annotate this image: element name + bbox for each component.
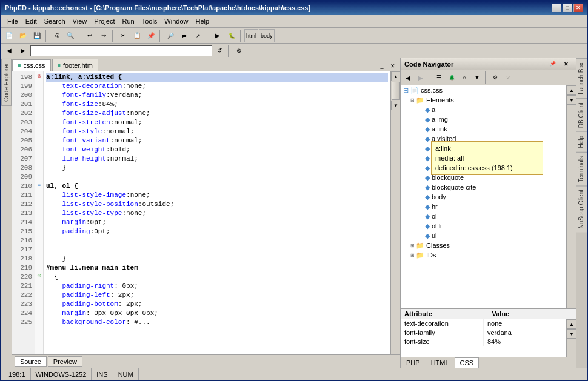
tree-item[interactable]: ◆hr — [401, 202, 566, 211]
content-area: Code Explorer ■ css.css ■ footer.htm _ ✕ — [1, 58, 587, 368]
replace-button[interactable]: ⇄ — [178, 29, 191, 42]
nav-back-btn[interactable]: ◀ — [402, 71, 414, 84]
nav-tree-btn[interactable]: 🌲 — [446, 71, 458, 84]
nav-sep — [429, 71, 431, 84]
title-bar: PhpED - kippah::echonest - [C:\Program F… — [1, 1, 587, 15]
menu-tools[interactable]: Tools — [138, 16, 161, 26]
nav-tab-html[interactable]: HTML — [426, 357, 455, 368]
print-button[interactable]: 🖨 — [50, 29, 63, 42]
db-client-label[interactable]: DB Client — [576, 98, 587, 131]
code-explorer-label[interactable]: Code Explorer — [1, 59, 12, 106]
source-tab[interactable]: Source — [15, 356, 47, 367]
tree-root[interactable]: ⊟📄css.css — [401, 85, 566, 95]
left-sidebar: Code Explorer — [1, 58, 12, 368]
preview-tab[interactable]: Preview — [48, 356, 82, 367]
tree-scrollbar[interactable]: ▲ ▼ — [566, 85, 576, 308]
copy-button[interactable]: 📋 — [130, 29, 144, 42]
html-indicator[interactable]: html — [244, 29, 258, 42]
menu-edit[interactable]: Edit — [22, 16, 41, 26]
pin-button[interactable]: 📌 — [547, 58, 559, 70]
code-content[interactable]: a:link, a:visited { text-decoration:none… — [44, 71, 390, 354]
help-label[interactable]: Help — [576, 131, 587, 152]
line-numbers: 1981992002012022032042052062072082092102… — [12, 71, 35, 354]
forward-button[interactable]: ▶ — [16, 44, 30, 58]
undo-button[interactable]: ↩ — [83, 29, 96, 42]
nusoap-label[interactable]: NuSoap Client — [576, 185, 587, 232]
tree-item[interactable]: ⊞📁IDs — [401, 250, 566, 260]
main-window: PhpED - kippah::echonest - [C:\Program F… — [0, 0, 588, 381]
tree-item[interactable]: ◆a — [401, 105, 566, 114]
code-editor[interactable]: 1981992002012022032042052062072082092102… — [12, 71, 400, 354]
menu-run[interactable]: Run — [118, 16, 138, 26]
tab-footer-icon: ■ — [58, 62, 61, 68]
scroll-down-button[interactable]: ▼ — [391, 101, 400, 110]
sep5 — [207, 30, 209, 42]
paste-button[interactable]: 📌 — [144, 29, 158, 42]
search-file-button[interactable]: 🔎 — [164, 29, 177, 42]
save-button[interactable]: 💾 — [30, 29, 44, 42]
tree-item[interactable]: ⊟📁Elements — [401, 95, 566, 105]
nav-tab-css[interactable]: CSS — [455, 357, 479, 368]
refresh-button[interactable]: ↺ — [213, 44, 226, 58]
goto-button[interactable]: ↗ — [192, 29, 205, 42]
menu-search[interactable]: Search — [41, 16, 69, 26]
tree-item[interactable]: ◆ol — [401, 211, 566, 221]
run-button[interactable]: ▶ — [211, 29, 224, 42]
menu-view[interactable]: View — [69, 16, 91, 26]
panel-close-btn[interactable]: ✕ — [560, 58, 572, 70]
nav-bottom-tabs: PHP HTML CSS — [401, 357, 576, 368]
attr-scroll-down[interactable]: ▼ — [567, 329, 576, 339]
minimize-button[interactable]: _ — [552, 4, 561, 12]
right-sidebar: Launch Box DB Client Help Terminals NuSo… — [576, 58, 587, 368]
nav-alpha-btn[interactable]: A — [458, 71, 470, 84]
tab-css[interactable]: ■ css.css — [12, 59, 51, 71]
nav-filter-btn[interactable]: ▼ — [471, 71, 483, 84]
tree-scroll-up[interactable]: ▲ — [567, 85, 576, 95]
attr-row: font-size84% — [401, 337, 566, 346]
nav-list-btn[interactable]: ☰ — [433, 71, 445, 84]
tab-close-button[interactable]: ✕ — [388, 61, 398, 71]
editor-area: ■ css.css ■ footer.htm _ ✕ 1981992002012… — [12, 58, 400, 368]
tree-scroll-down[interactable]: ▼ — [567, 95, 576, 105]
status-bar: 198:1 WINDOWS-1252 INS NUM — [1, 368, 587, 380]
maximize-button[interactable]: □ — [563, 4, 572, 12]
vertical-scrollbar[interactable]: ▲ ▼ — [390, 71, 400, 354]
tree-item[interactable]: ◆blockquote cite — [401, 182, 566, 192]
menu-help[interactable]: Help — [192, 16, 213, 26]
code-markers: ⊗≡⊕ — [35, 71, 44, 354]
open-button[interactable]: 📂 — [16, 29, 30, 42]
back-button[interactable]: ◀ — [2, 44, 16, 58]
menu-window[interactable]: Window — [161, 16, 192, 26]
tree-item[interactable]: ◆a:link — [401, 124, 566, 134]
launch-box-label[interactable]: Launch Box — [576, 58, 587, 98]
panel-title: Code Navigator 📌 ✕ — [401, 58, 576, 70]
nav-forward-btn[interactable]: ▶ — [415, 71, 427, 84]
url-bar[interactable] — [30, 45, 212, 56]
tab-minimize-button[interactable]: _ — [377, 61, 387, 71]
cut-button[interactable]: ✂ — [116, 29, 130, 42]
new-button[interactable]: 📄 — [2, 29, 16, 42]
attr-scrollbar[interactable]: ▲ ▼ — [566, 319, 576, 357]
close-button[interactable]: ✕ — [573, 4, 583, 12]
tree-item[interactable]: ⊞📁Classes — [401, 240, 566, 250]
tree-item[interactable]: ◆ul — [401, 231, 566, 240]
stop-button[interactable]: ⊗ — [232, 44, 246, 58]
scroll-thumb[interactable] — [392, 82, 400, 100]
tree-item[interactable]: ◆a img — [401, 114, 566, 124]
menu-file[interactable]: File — [4, 16, 22, 26]
tab-footer[interactable]: ■ footer.htm — [52, 59, 98, 71]
scroll-up-button[interactable]: ▲ — [391, 71, 400, 81]
tree-item[interactable]: ◆ol li — [401, 221, 566, 231]
debug-button[interactable]: 🐛 — [225, 29, 238, 42]
nav-help-btn[interactable]: ? — [502, 71, 514, 84]
nav-tab-php[interactable]: PHP — [401, 357, 426, 368]
find-button[interactable]: 🔍 — [64, 29, 77, 42]
terminals-label[interactable]: Terminals — [576, 152, 587, 186]
body-indicator[interactable]: body — [259, 29, 275, 42]
nav-settings-btn[interactable]: ⚙ — [489, 71, 501, 84]
code-navigator-panel: Code Navigator 📌 ✕ ◀ ▶ ☰ 🌲 A ▼ ⚙ ? — [400, 58, 576, 368]
attr-scroll-up[interactable]: ▲ — [567, 319, 576, 329]
menu-project[interactable]: Project — [90, 16, 118, 26]
tree-item[interactable]: ◆body — [401, 192, 566, 202]
redo-button[interactable]: ↪ — [97, 29, 110, 42]
